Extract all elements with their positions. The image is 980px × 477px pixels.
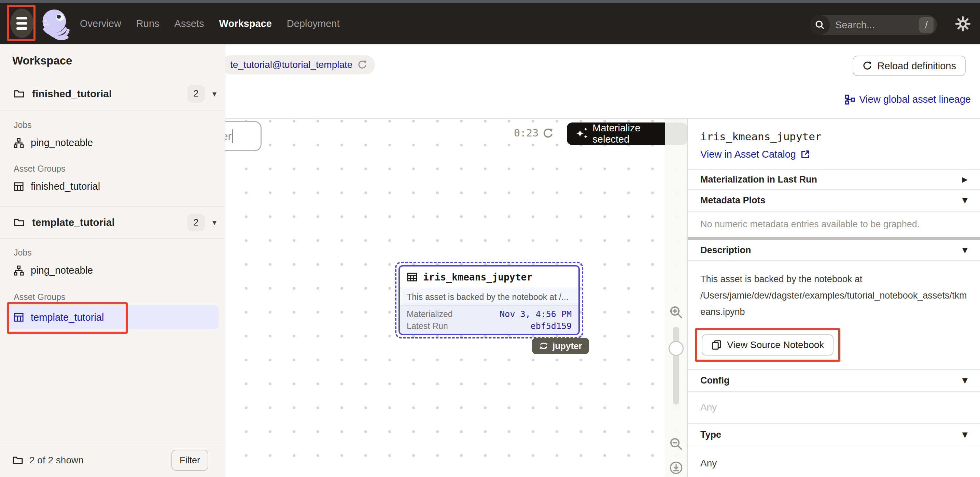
view-in-asset-catalog-link[interactable]: View in Asset Catalog	[700, 149, 968, 160]
filter-button[interactable]: Filter	[172, 450, 208, 471]
chevron-right-icon: ▶	[962, 175, 968, 184]
reload-definitions-button[interactable]: Reload definitions	[853, 55, 966, 76]
zoom-controls	[665, 119, 687, 477]
graph-query-input[interactable]: pyter	[225, 121, 262, 151]
view-source-notebook-button[interactable]: View Source Notebook	[702, 334, 834, 355]
refresh-icon[interactable]	[357, 60, 368, 70]
refresh-icon[interactable]	[542, 128, 554, 139]
text-cursor	[232, 129, 233, 143]
section-label: Metadata Plots	[700, 195, 765, 206]
refresh-timer: 0:23	[514, 127, 538, 139]
download-icon[interactable]	[669, 461, 683, 475]
repo-count-badge: 2	[187, 85, 205, 103]
nav-overview[interactable]: Overview	[80, 18, 121, 29]
chevron-down-icon[interactable]: ▾	[212, 89, 216, 98]
jupyter-tag[interactable]: jupyter	[532, 338, 589, 354]
shown-count: 2 of 2 shown	[29, 455, 84, 466]
view-global-asset-lineage-link[interactable]: View global asset lineage	[845, 94, 971, 105]
panel-header: iris_kmeans_jupyter View in Asset Catalo…	[688, 119, 980, 170]
section-label: Materialization in Last Run	[700, 174, 817, 185]
asset-detail-panel: iris_kmeans_jupyter View in Asset Catalo…	[687, 119, 980, 477]
job-icon	[14, 265, 24, 276]
section-metadata-plots[interactable]: Metadata Plots ▼	[688, 190, 980, 212]
asset-graph-canvas[interactable]: pyter 0:23 ✦✦✦ Materialize selected	[225, 119, 687, 477]
folder-icon	[14, 217, 25, 228]
latest-run-label: Latest Run	[407, 321, 448, 331]
sparkle-icon: ✦✦✦	[576, 127, 588, 141]
copy-icon	[711, 340, 722, 350]
dagster-logo	[38, 7, 72, 41]
section-config[interactable]: Config ▼	[688, 370, 980, 392]
annotation-box-template-tutorial	[7, 302, 128, 334]
metadata-empty-state: No numeric metadata entries available to…	[688, 212, 980, 237]
sidebar-item-job-ping-noteable-2[interactable]: ping_noteable	[14, 265, 93, 276]
folder-icon	[14, 89, 25, 99]
refresh-icon	[862, 61, 872, 71]
section-type[interactable]: Type ▼	[688, 424, 980, 446]
latest-run-value[interactable]: ebf5d159	[531, 321, 572, 331]
asset-group-icon	[14, 182, 24, 192]
asset-groups-heading: Asset Groups	[14, 164, 65, 174]
asset-node-iris-kmeans-jupyter[interactable]: iris_kmeans_jupyter This asset is backed…	[395, 262, 583, 339]
asset-node-stats: Materialized Nov 3, 4:56 PM Latest Run e…	[400, 305, 578, 334]
definitions-topbar: te_tutorial@tutorial_template Reload def…	[225, 44, 980, 119]
zoom-slider-handle[interactable]	[668, 341, 684, 356]
asset-groups-heading: Asset Groups	[14, 292, 65, 302]
reload-definitions-label: Reload definitions	[877, 60, 956, 72]
zoom-out-icon[interactable]	[669, 437, 683, 451]
graph-query-text: pyter	[225, 130, 232, 143]
job-icon	[14, 138, 24, 148]
type-value: Any	[688, 446, 980, 477]
zoom-in-icon[interactable]	[669, 305, 683, 319]
hamburger-menu-button[interactable]	[10, 8, 33, 38]
section-description[interactable]: Description ▼	[688, 240, 980, 261]
description-text: This asset is backed by the notebook at …	[700, 271, 968, 320]
breadcrumb[interactable]: te_tutorial@tutorial_template	[225, 55, 375, 74]
global-search[interactable]: /	[810, 15, 937, 35]
sidebar-title: Workspace	[0, 44, 225, 78]
dagster-app: Overview Runs Assets Workspace Deploymen…	[0, 0, 980, 477]
asset-node-description: This asset is backed by the notebook at …	[400, 288, 578, 305]
description-section: This asset is backed by the notebook at …	[688, 261, 980, 370]
chevron-down-icon: ▼	[962, 376, 968, 385]
sidebar-item-group-finished-tutorial[interactable]: finished_tutorial	[14, 181, 100, 192]
nav-workspace[interactable]: Workspace	[219, 18, 272, 29]
config-value: Any	[688, 392, 980, 424]
horizontal-scrollbar[interactable]	[688, 237, 980, 240]
search-input[interactable]	[830, 19, 919, 31]
chevron-down-icon: ▼	[962, 431, 968, 439]
jobs-heading: Jobs	[14, 248, 32, 258]
repo-name: template_tutorial	[32, 217, 115, 228]
materialized-value[interactable]: Nov 3, 4:56 PM	[500, 309, 572, 319]
section-materialization-last-run[interactable]: Materialization in Last Run ▶	[688, 170, 980, 190]
panel-asset-title: iris_kmeans_jupyter	[700, 130, 968, 143]
workspace-sidebar: Workspace finished_tutorial 2 ▾ Jobs pin…	[0, 44, 225, 477]
sidebar-item-job-ping-noteable[interactable]: ping_noteable	[14, 137, 93, 149]
repo-row-finished-tutorial[interactable]: finished_tutorial 2 ▾	[0, 78, 225, 111]
section-label: Type	[700, 429, 721, 440]
lineage-label: View global asset lineage	[859, 94, 971, 105]
nav-runs[interactable]: Runs	[136, 18, 159, 29]
jupyter-icon	[539, 341, 548, 351]
sidebar-footer: 2 of 2 shown Filter	[0, 444, 225, 476]
catalog-link-label: View in Asset Catalog	[700, 149, 796, 160]
zoom-slider-track[interactable]	[673, 326, 679, 405]
chevron-down-icon[interactable]: ▾	[212, 218, 216, 227]
materialized-label: Materialized	[407, 309, 453, 319]
nav-deployment[interactable]: Deployment	[287, 18, 340, 29]
window-edge-strip	[0, 0, 980, 3]
search-shortcut-key: /	[919, 17, 934, 33]
main-nav: Overview Runs Assets Workspace Deploymen…	[80, 3, 340, 44]
repo-name: finished_tutorial	[32, 88, 112, 100]
external-link-icon	[800, 149, 810, 160]
gear-icon[interactable]	[955, 16, 970, 32]
breadcrumb-label: te_tutorial@tutorial_template	[230, 59, 352, 70]
nav-assets[interactable]: Assets	[175, 18, 204, 29]
section-label: Config	[700, 375, 729, 386]
repo-row-template-tutorial[interactable]: template_tutorial 2 ▾	[0, 206, 225, 239]
chevron-down-icon: ▼	[962, 196, 968, 204]
jobs-heading: Jobs	[14, 120, 32, 130]
asset-node-card: iris_kmeans_jupyter This asset is backed…	[398, 265, 580, 335]
table-icon	[407, 272, 418, 282]
view-source-notebook-label: View Source Notebook	[727, 339, 824, 350]
